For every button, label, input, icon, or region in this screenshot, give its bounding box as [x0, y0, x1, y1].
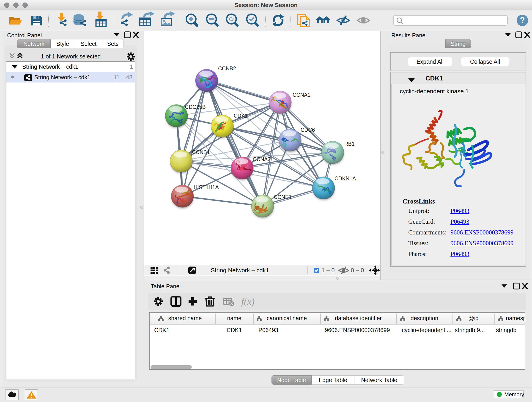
svg-text:CDK1: CDK1 [234, 113, 248, 119]
svg-text:CDKN1A: CDKN1A [335, 176, 356, 182]
svg-text:?: ? [520, 16, 525, 25]
svg-text:CCNA2: CCNA2 [253, 156, 271, 162]
svg-text:CCNB2: CCNB2 [218, 65, 236, 71]
svg-text:CDC6: CDC6 [301, 127, 315, 133]
svg-text:CCNA1: CCNA1 [293, 92, 310, 98]
svg-text:HIST1H1A: HIST1H1A [194, 184, 219, 190]
svg-text:RB1: RB1 [344, 141, 355, 147]
svg-text:CCNE1: CCNE1 [274, 194, 292, 200]
svg-text:f(x): f(x) [241, 296, 254, 307]
svg-text:CDC25B: CDC25B [185, 104, 206, 110]
svg-text:CCNB1: CCNB1 [192, 149, 210, 155]
